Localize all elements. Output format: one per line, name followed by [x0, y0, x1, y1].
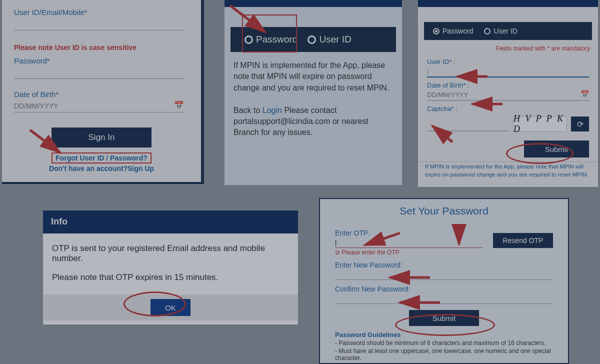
- dialog-line2: Please note that OTP expires in 15 minut…: [52, 272, 289, 282]
- signin-panel: User ID/Email/Mobile* Please note User I…: [2, 0, 204, 184]
- dialog-buttonbar: OK: [43, 294, 298, 320]
- p3-userid-input[interactable]: [427, 66, 589, 78]
- guideline-1: - Password should be minimum of 6 charac…: [335, 340, 553, 346]
- userid-input[interactable]: [14, 18, 184, 30]
- panel2-topbar: [224, 0, 402, 7]
- otp-input[interactable]: [335, 237, 483, 248]
- calendar-icon[interactable]: 📅: [174, 100, 184, 110]
- p3-captcha-label: Captcha* :: [427, 105, 589, 112]
- captcha-input[interactable]: [427, 120, 509, 132]
- dialog-title: Info: [43, 210, 298, 234]
- panel3-topbar: [418, 0, 598, 7]
- tab-password[interactable]: Password: [244, 34, 298, 45]
- set-password-title: Set Your Password: [320, 199, 568, 224]
- p3-tab-password[interactable]: Password: [433, 27, 473, 35]
- back-prefix: Back to: [234, 106, 262, 114]
- dialog-body: OTP is sent to your registered Email add…: [43, 234, 298, 294]
- password-input[interactable]: [14, 66, 184, 79]
- confirm-password-label: Confirm New Password:: [335, 285, 553, 293]
- password-label: Password*: [14, 56, 189, 65]
- p3-tabbar: Password User ID: [424, 22, 592, 40]
- dob-label: Date of Birth*: [14, 90, 189, 98]
- userid-label: User ID/Email/Mobile*: [14, 8, 189, 16]
- panel2-body: If MPIN is implemented for the App, plea…: [224, 52, 402, 146]
- mpin-message: If MPIN is implemented for the App, plea…: [234, 60, 393, 94]
- set-password-panel: Set Your Password Enter OTP: Resend OTP …: [319, 198, 569, 364]
- new-password-input[interactable]: [335, 269, 553, 280]
- tab-password-label: Password: [256, 34, 298, 45]
- new-password-label: Enter New Password:: [335, 261, 553, 269]
- enter-otp-label: Enter OTP:: [335, 229, 483, 237]
- p3-dob-input[interactable]: [427, 89, 589, 101]
- recovery-tabbar: Password User ID: [230, 27, 396, 52]
- radio-icon: [484, 28, 490, 34]
- p3-submit-button[interactable]: Submit: [524, 140, 589, 158]
- p3-dob-label: Date of Birth* :: [427, 82, 589, 89]
- ok-button[interactable]: OK: [150, 299, 190, 316]
- refresh-captcha-button[interactable]: ⟳: [571, 116, 589, 132]
- forgot-password-form: Password User ID Fields marked with * ar…: [418, 0, 598, 187]
- recovery-select-panel: Password User ID If MPIN is implemented …: [224, 0, 402, 185]
- resend-otp-button[interactable]: Resend OTP: [493, 233, 553, 248]
- p5-submit-button[interactable]: Submit: [409, 310, 479, 326]
- login-link[interactable]: Login: [262, 106, 282, 114]
- dob-input[interactable]: [14, 100, 184, 112]
- dialog-line1: OTP is sent to your registered Email add…: [52, 244, 289, 264]
- otp-error: Please enter the OTP: [335, 249, 553, 256]
- info-dialog: Info OTP is sent to your registered Emai…: [43, 210, 298, 324]
- signin-button[interactable]: Sign In: [52, 128, 152, 148]
- radio-icon: [244, 36, 253, 44]
- guideline-2: - Must have at least one uppercase, one …: [335, 348, 553, 362]
- calendar-icon[interactable]: 📅: [580, 90, 589, 98]
- radio-selected-icon: [433, 28, 440, 34]
- p3-tab-userid[interactable]: User ID: [484, 27, 517, 35]
- confirm-password-input[interactable]: [335, 293, 553, 304]
- tab-userid-label: User ID: [319, 34, 351, 45]
- case-sensitive-note: Please note User ID is case sensitive: [14, 44, 189, 52]
- forgot-link[interactable]: Forgot User ID / Password?: [52, 152, 152, 164]
- signup-link[interactable]: Don't have an account?Sign Up: [14, 164, 189, 172]
- p3-userid-label: User ID* :: [427, 58, 589, 66]
- captcha-image: H V P P K D: [513, 116, 567, 132]
- p3-tab-userid-label: User ID: [494, 27, 517, 35]
- radio-icon: [308, 36, 316, 44]
- mandatory-note: Fields marked with * are mandatory: [418, 40, 598, 54]
- back-line: Back to Login Please contact portalsuppo…: [234, 105, 393, 138]
- p3-mpin-note: If MPIN is implemented for the App, plea…: [418, 162, 598, 182]
- p3-tab-password-label: Password: [442, 27, 473, 35]
- guidelines-heading: Password Guidelines: [335, 331, 553, 338]
- tab-userid[interactable]: User ID: [308, 34, 351, 45]
